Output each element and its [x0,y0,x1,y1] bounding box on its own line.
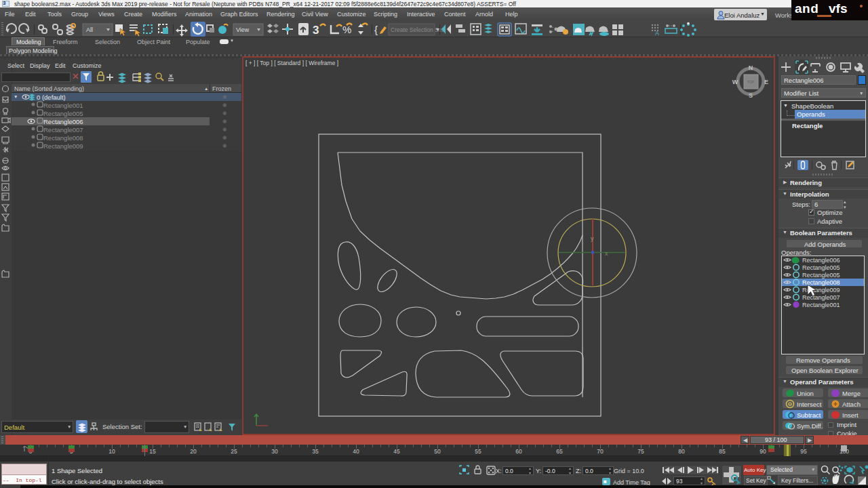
svg-text:x: x [605,250,608,257]
svg-text:TOP: TOP [747,80,755,84]
svg-text:y: y [591,235,594,242]
svg-text:3: 3 [313,24,319,37]
svg-text:{: { [374,24,378,35]
svg-text:❋: ❋ [222,127,227,133]
svg-text:❋: ❋ [222,135,227,141]
svg-text:❋: ❋ [222,94,227,100]
svg-text:A: A [655,30,659,37]
svg-text:Rectangle007: Rectangle007 [802,294,840,301]
svg-text:E: E [764,79,768,85]
svg-text:N: N [749,64,753,71]
svg-text:All: All [86,26,93,33]
svg-text:❋: ❋ [222,102,227,108]
svg-text:S: S [749,92,753,99]
svg-text:Rectangle006: Rectangle006 [802,257,840,264]
svg-text:Rectangle005: Rectangle005 [802,264,840,271]
svg-text:View: View [236,26,250,33]
svg-text:❋: ❋ [222,110,227,117]
svg-text:Rectangle001: Rectangle001 [802,302,840,308]
svg-text:❋: ❋ [222,143,227,149]
svg-text:W: W [732,79,738,85]
svg-text:Rectangle005: Rectangle005 [802,272,840,279]
svg-text:❋: ❋ [222,119,227,125]
svg-text:Create Selection Set: Create Selection Set [391,26,444,33]
